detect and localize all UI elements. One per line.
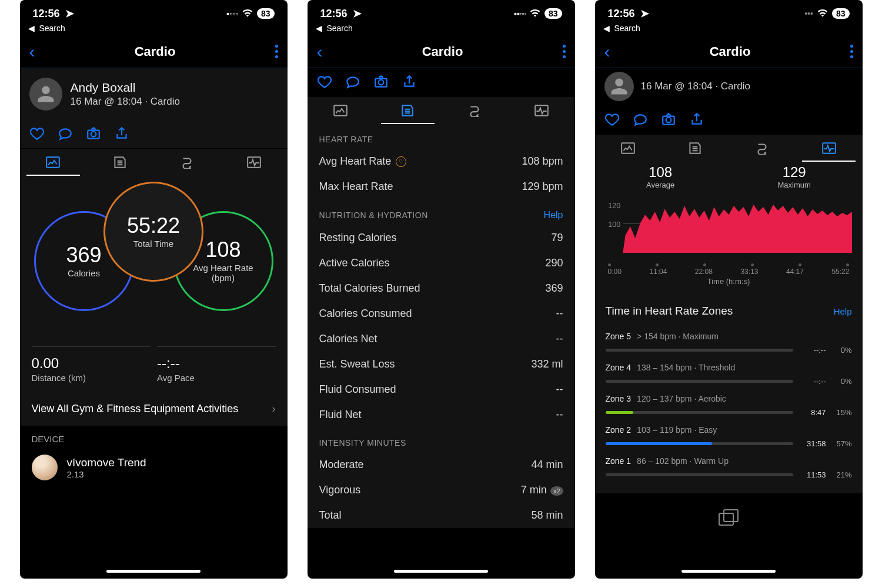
- zone-time: 11:53: [799, 470, 826, 479]
- battery-badge: 83: [832, 8, 850, 19]
- tab-heart-rate[interactable]: [796, 135, 863, 162]
- svg-text:120: 120: [608, 202, 620, 210]
- zones-help-link[interactable]: Help: [834, 306, 852, 316]
- comment-icon[interactable]: [633, 112, 648, 127]
- zone-track: [606, 442, 793, 445]
- chart-avg-value: 108: [646, 164, 674, 181]
- zone-pct: 15%: [832, 408, 852, 417]
- zone-name: Zone 5: [606, 332, 632, 341]
- calories-label: Calories: [62, 268, 106, 278]
- wifi-icon: [530, 9, 540, 19]
- tab-heart-rate[interactable]: [508, 97, 575, 124]
- avg-hr-value: 108: [205, 239, 240, 260]
- camera-icon[interactable]: [86, 126, 101, 141]
- comment-icon[interactable]: [345, 74, 360, 89]
- svg-text:100: 100: [608, 220, 620, 229]
- zone-row: Zone 2103 – 119 bpm · Easy 31:5857%: [606, 419, 852, 450]
- camera-icon[interactable]: [373, 74, 389, 89]
- home-indicator[interactable]: [106, 570, 201, 573]
- tab-laps[interactable]: [153, 149, 220, 176]
- back-caret-icon: ◀: [316, 24, 322, 33]
- zone-row: Zone 4138 – 154 bpm · Threshold --:--0%: [606, 357, 852, 388]
- wifi-icon: [817, 9, 828, 19]
- zone-row: Zone 5> 154 bpm · Maximum --:--0%: [606, 326, 852, 357]
- total-time-label: Total Time: [128, 239, 179, 249]
- page-title: Cardio: [422, 44, 463, 59]
- heart-rate-icon: ♡: [396, 156, 406, 167]
- zone-time: --:--: [799, 377, 826, 386]
- profile-name: Andy Boxall: [71, 81, 180, 95]
- location-icon: ➤: [353, 7, 362, 20]
- zone-pct: 0%: [832, 346, 852, 355]
- camera-icon[interactable]: [661, 112, 676, 127]
- pace-value: --:--: [157, 355, 276, 372]
- zone-range: 103 – 119 bpm · Easy: [637, 425, 717, 435]
- total-time-value: 55:22: [127, 215, 180, 236]
- page-title: Cardio: [135, 44, 176, 59]
- x2-badge: x2: [550, 486, 563, 496]
- zone-track: [606, 473, 793, 476]
- tab-laps[interactable]: [729, 135, 796, 162]
- avg-hr-val: 108 bpm: [522, 155, 563, 168]
- like-icon[interactable]: [29, 126, 45, 141]
- heart-rate-section: HEART RATE: [308, 124, 575, 149]
- more-menu-button[interactable]: [563, 45, 566, 58]
- cell-signal-icon: ▪▫▫▫: [226, 9, 238, 18]
- nutrition-section: NUTRITION & HYDRATIONHelp: [308, 199, 575, 225]
- back-to-search[interactable]: ◀ Search: [595, 24, 863, 35]
- svg-point-1: [91, 132, 96, 137]
- like-icon[interactable]: [317, 74, 332, 89]
- avatar[interactable]: [604, 72, 634, 101]
- avg-hr-key: Avg Heart Rate: [319, 155, 392, 168]
- status-time: 12:56: [320, 8, 348, 20]
- more-menu-button[interactable]: [850, 45, 853, 58]
- intensity-section: INTENSITY MINUTES: [308, 427, 575, 452]
- tab-stats[interactable]: [374, 97, 441, 124]
- back-button[interactable]: ‹: [604, 42, 610, 62]
- share-icon[interactable]: [402, 74, 417, 89]
- back-to-search[interactable]: ◀ Search: [308, 24, 575, 35]
- share-icon[interactable]: [689, 112, 704, 127]
- zone-name: Zone 1: [606, 456, 632, 466]
- home-indicator[interactable]: [394, 570, 488, 573]
- tab-laps[interactable]: [441, 97, 508, 124]
- zone-name: Zone 2: [606, 425, 632, 435]
- avatar[interactable]: [29, 78, 62, 111]
- tab-heart-rate[interactable]: [220, 149, 288, 176]
- zone-track: [606, 380, 793, 383]
- like-icon[interactable]: [604, 112, 620, 127]
- share-icon[interactable]: [114, 126, 129, 141]
- tab-summary[interactable]: [20, 149, 87, 176]
- heart-rate-chart[interactable]: 120 100: [595, 189, 863, 263]
- battery-badge: 83: [257, 8, 275, 19]
- back-button[interactable]: ‹: [29, 42, 35, 62]
- zone-time: --:--: [799, 346, 826, 355]
- help-link[interactable]: Help: [544, 210, 563, 220]
- tab-summary[interactable]: [595, 135, 662, 162]
- back-to-search[interactable]: ◀ Search: [20, 24, 288, 35]
- home-indicator[interactable]: [681, 570, 776, 573]
- location-icon: ➤: [640, 7, 649, 20]
- comment-icon[interactable]: [58, 126, 73, 141]
- chevron-right-icon: ›: [272, 403, 276, 415]
- zone-track: [606, 411, 793, 414]
- back-button[interactable]: ‹: [317, 42, 323, 62]
- max-hr-val: 129 bpm: [522, 181, 563, 193]
- view-all-activities-link[interactable]: View All Gym & Fitness Equipment Activit…: [20, 392, 288, 426]
- calories-value: 369: [66, 245, 101, 266]
- chart-xaxis: 0:0011:0422:0833:1344:1755:22: [595, 266, 863, 276]
- tab-summary[interactable]: [308, 97, 375, 124]
- zone-range: 120 – 137 bpm · Aerobic: [637, 394, 726, 403]
- cards-icon[interactable]: [595, 493, 863, 553]
- tab-stats[interactable]: [86, 149, 153, 176]
- device-row[interactable]: vívomove Trend 2.13: [20, 447, 288, 487]
- distance-label: Distance (km): [32, 373, 151, 383]
- svg-point-9: [666, 118, 671, 123]
- chart-max-value: 129: [778, 164, 811, 181]
- total-time-ring: 55:22 Total Time: [103, 182, 203, 282]
- tab-stats[interactable]: [662, 135, 729, 162]
- wifi-icon: [242, 9, 253, 19]
- zone-pct: 57%: [832, 439, 852, 448]
- zone-time: 8:47: [799, 408, 826, 417]
- more-menu-button[interactable]: [275, 45, 278, 58]
